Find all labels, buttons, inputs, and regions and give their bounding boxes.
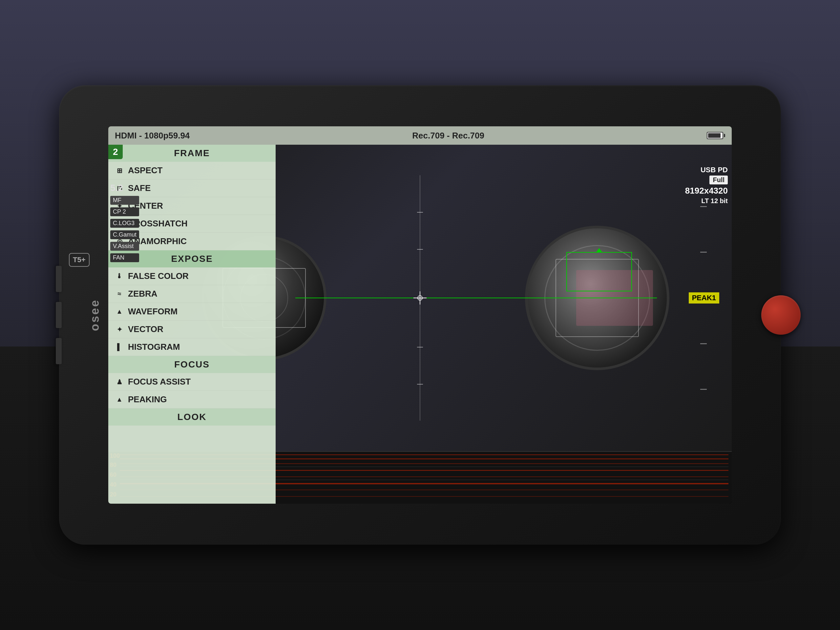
brand-logo: osee [88,299,102,331]
log-badge: C.LOG3 [110,219,139,228]
model-badge: T5+ [69,253,90,267]
monitor-wrapper: osee T5+ HDMI - 1080p59.94 Rec.709 - Rec… [59,85,781,545]
red-knob[interactable] [761,295,801,335]
channel-badge: 2 [108,145,123,159]
right-knob[interactable] [761,295,801,335]
menu-item-waveform[interactable]: ▲ WAVEFORM [108,303,276,321]
menu-item-vector[interactable]: ✦ VECTOR [108,321,276,338]
menu-item-aspect[interactable]: ⊞ ASPECT [108,162,276,180]
false-color-icon: 🌡 [115,272,124,280]
battery-tip [724,134,725,137]
focus-box [566,252,632,291]
menu-item-focus-assist[interactable]: ♟ FOCUS ASSIST [108,373,276,391]
battery-area [707,132,725,139]
menu-panel: 2 FRAME ⊞ ASPECT ⊡ SAFE ✦ CENTER ⊞ [108,145,276,504]
false-color-label: FALSE COLOR [128,271,189,281]
peaking-icon: ▲ [115,396,124,403]
vector-icon: ✦ [115,325,124,333]
waveform-icon: ▲ [115,308,124,315]
full-badge: Full [709,175,728,185]
peak-badge: PEAK1 [689,292,719,303]
mf-badge: MF [110,196,139,205]
menu-header-frame[interactable]: FRAME [108,145,276,162]
aspect-icon: ⊞ [115,167,124,175]
zebra-label: ZEBRA [128,289,158,299]
fan-badge: FAN [110,253,139,262]
waveform-label: WAVEFORM [128,306,177,317]
histogram-label: HISTOGRAM [128,342,180,352]
usb-pd-label: USB PD [701,166,728,174]
menu-header-look[interactable]: LOOK [108,409,276,426]
resolution-label: 8192x4320 [685,186,728,196]
menu-item-zebra[interactable]: ≈ ZEBRA [108,285,276,303]
bit-depth-label: LT 12 bit [701,197,728,205]
gamut-badge: C.Gamut [110,231,139,239]
battery-fill [708,133,720,138]
histogram-icon: ▌ [115,343,124,351]
left-badges: 5.2 MF CP 2 C.LOG3 C.Gamut V.Assist FAN [108,181,141,264]
cp-badge: CP 2 [110,207,139,216]
vector-label: VECTOR [128,324,163,334]
side-buttons-left [56,266,62,364]
aspect-label: ASPECT [128,165,163,175]
battery-icon [707,132,725,139]
screen: HDMI - 1080p59.94 Rec.709 - Rec.709 [108,126,732,504]
menu-item-peaking[interactable]: ▲ PEAKING [108,391,276,409]
battery-body [707,132,723,139]
color-space-info: Rec.709 - Rec.709 [412,131,484,141]
right-info-panel: USB PD Full 8192x4320 LT 12 bit [666,163,732,207]
signal-info: HDMI - 1080p59.94 [115,131,189,141]
focus-assist-label: FOCUS ASSIST [128,377,191,387]
side-btn-2[interactable] [56,302,62,328]
menu-item-histogram[interactable]: ▌ HISTOGRAM [108,338,276,356]
zebra-icon: ≈ [115,290,124,298]
cross-v [420,291,420,305]
size-label: 5.2 [110,183,139,193]
side-btn-1[interactable] [56,266,62,292]
focus-assist-icon: ♟ [115,378,124,386]
crosshair-horizontal [295,298,657,298]
status-bar: HDMI - 1080p59.94 Rec.709 - Rec.709 [108,126,732,145]
peaking-label: PEAKING [128,395,167,404]
menu-item-false-color[interactable]: 🌡 FALSE COLOR [108,267,276,285]
side-btn-3[interactable] [56,338,62,364]
monitor-body: osee T5+ HDMI - 1080p59.94 Rec.709 - Rec… [59,85,781,545]
vassist-badge: V.Assist [110,242,139,251]
menu-header-focus[interactable]: FOCUS [108,356,276,373]
